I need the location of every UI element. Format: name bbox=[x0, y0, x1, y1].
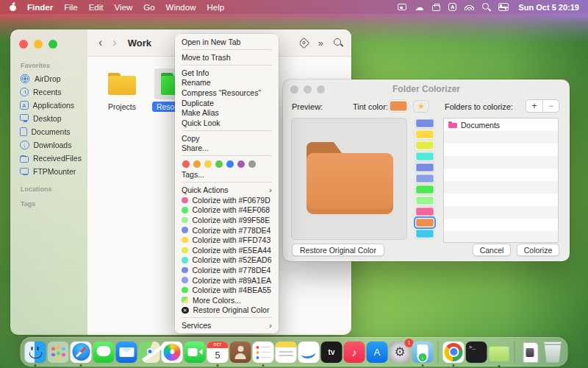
sidebar-item-ftpmounter[interactable]: FTPMounter bbox=[18, 165, 82, 178]
tag-dot[interactable] bbox=[226, 160, 234, 168]
dock-safari[interactable] bbox=[71, 342, 92, 363]
menu-item-rename[interactable]: Rename bbox=[175, 78, 279, 88]
tint-color-swatch[interactable] bbox=[389, 100, 408, 112]
folder-list-row[interactable]: Documents bbox=[444, 118, 558, 131]
menu-item-colorize-with-#ffd743[interactable]: Colorize with #FFD743 bbox=[175, 235, 279, 245]
toolbar-overflow-icon[interactable]: » bbox=[318, 38, 323, 49]
back-icon[interactable]: ‹ bbox=[96, 37, 104, 49]
wifi-icon[interactable] bbox=[465, 4, 474, 10]
menu-item-copy[interactable]: Copy bbox=[175, 133, 279, 144]
menu-item-services[interactable]: Services› bbox=[175, 321, 279, 331]
dock-calendar[interactable]: OCT5 bbox=[207, 342, 229, 363]
menu-item-finder[interactable]: Finder bbox=[27, 3, 53, 12]
dock-docapp[interactable] bbox=[412, 342, 434, 363]
color-swatch[interactable] bbox=[415, 207, 434, 216]
menu-item-compress-resources-[interactable]: Compress “Resources” bbox=[175, 88, 279, 98]
menu-item-colorize-with-#778de4[interactable]: Colorize with #778DE4 bbox=[175, 225, 279, 236]
zoom-button[interactable] bbox=[317, 85, 325, 93]
menu-item-restore-original-color[interactable]: ✕Restore Original Color bbox=[175, 305, 279, 316]
menu-item-colorize-with-#778de4[interactable]: Colorize with #778DE4 bbox=[175, 265, 279, 275]
color-swatch[interactable] bbox=[415, 185, 434, 194]
forward-icon[interactable]: › bbox=[110, 37, 118, 49]
menu-item-help[interactable]: Help bbox=[207, 3, 224, 12]
add-folder-button[interactable]: + bbox=[526, 100, 542, 112]
dock-folder[interactable] bbox=[489, 340, 510, 364]
dock-messages[interactable] bbox=[93, 342, 115, 363]
menu-item-more-colors-[interactable]: More Colors... bbox=[175, 295, 279, 305]
tag-dot[interactable] bbox=[237, 160, 245, 168]
menu-item-quick-look[interactable]: Quick Look bbox=[175, 118, 279, 128]
color-swatch[interactable] bbox=[415, 229, 434, 238]
dock-terminal[interactable] bbox=[466, 342, 487, 363]
menu-item-file[interactable]: File bbox=[64, 3, 78, 12]
dock-trash[interactable] bbox=[542, 342, 564, 363]
menu-item-colorize-with-#89a1ea[interactable]: Colorize with #89A1EA bbox=[175, 275, 279, 286]
menu-item-open-in-new-tab[interactable]: Open in New Tab bbox=[175, 37, 279, 47]
close-button[interactable] bbox=[290, 85, 298, 93]
dock-launchpad[interactable] bbox=[48, 342, 69, 363]
restore-original-color-button[interactable]: Restore Original Color bbox=[292, 244, 384, 256]
sidebar-item-recents[interactable]: Recents bbox=[18, 85, 82, 99]
menu-item-colorize-with-#99f58e[interactable]: Colorize with #99F58E bbox=[175, 215, 279, 225]
menu-item-edit[interactable]: Edit bbox=[89, 3, 104, 12]
color-swatch[interactable] bbox=[415, 130, 434, 139]
colorizer-titlebar[interactable]: Folder Colorizer bbox=[283, 79, 570, 99]
menu-item-duplicate[interactable]: Duplicate bbox=[175, 98, 279, 108]
menu-item-colorize-with-#f0679d[interactable]: Colorize with #F0679D bbox=[175, 195, 279, 205]
tag-dot[interactable] bbox=[215, 160, 223, 168]
color-swatch[interactable] bbox=[415, 174, 434, 183]
tag-dot[interactable] bbox=[204, 160, 212, 168]
favorite-star-button[interactable] bbox=[413, 100, 429, 113]
tag-dot[interactable] bbox=[248, 160, 256, 168]
menu-item-colorize-with-#52ead6[interactable]: Colorize with #52EAD6 bbox=[175, 255, 279, 266]
close-button[interactable] bbox=[19, 40, 28, 49]
apple-menu-icon[interactable] bbox=[9, 3, 17, 12]
dock-notes[interactable] bbox=[276, 342, 297, 363]
dock-freeform[interactable] bbox=[298, 342, 320, 363]
menu-item-window[interactable]: Window bbox=[166, 3, 196, 12]
menu-item-colorize-with-#e5ea44[interactable]: Colorize with #E5EA44 bbox=[175, 245, 279, 255]
dock-facetime[interactable] bbox=[184, 342, 206, 363]
file-projects[interactable]: Projects bbox=[99, 68, 145, 335]
control-center-icon[interactable] bbox=[498, 3, 508, 11]
cloud-icon[interactable] bbox=[415, 2, 424, 12]
dock-settings[interactable]: 1 bbox=[390, 342, 411, 363]
sidebar-item-documents[interactable]: Documents bbox=[18, 125, 82, 138]
color-swatch[interactable] bbox=[415, 141, 434, 150]
display-icon[interactable] bbox=[398, 4, 406, 10]
menu-item-colorize-with-#4ef068[interactable]: Colorize with #4EF068 bbox=[175, 205, 279, 216]
tag-dot[interactable] bbox=[193, 160, 201, 168]
sidebar-item-airdrop[interactable]: AirDrop bbox=[18, 72, 82, 85]
dock-music[interactable] bbox=[344, 342, 365, 363]
sidebar-item-desktop[interactable]: Desktop bbox=[18, 112, 82, 125]
dock-mail[interactable] bbox=[116, 342, 137, 363]
dock-chrome[interactable] bbox=[443, 342, 465, 363]
dock-maps[interactable] bbox=[139, 342, 160, 363]
sidebar-item-downloads[interactable]: Downloads bbox=[18, 138, 82, 152]
sidebar-item-receivedfiles[interactable]: ReceivedFiles bbox=[18, 152, 82, 165]
menu-item-tags-[interactable]: Tags... bbox=[175, 169, 279, 180]
dock-reminders[interactable] bbox=[253, 342, 274, 363]
menu-item-move-to-trash[interactable]: Move to Trash bbox=[175, 52, 279, 63]
dock-appstore[interactable] bbox=[367, 342, 388, 363]
colorize-button[interactable]: Colorize bbox=[517, 244, 559, 256]
zoom-button[interactable] bbox=[49, 40, 57, 49]
tag-icon[interactable] bbox=[298, 37, 309, 49]
menu-item-quick-actions[interactable]: Quick Actions› bbox=[175, 185, 279, 195]
dock-drivedoc[interactable] bbox=[520, 342, 541, 363]
color-swatch[interactable] bbox=[415, 196, 434, 205]
tag-dot[interactable] bbox=[182, 160, 190, 168]
dock-photos[interactable] bbox=[162, 342, 183, 363]
color-swatch[interactable] bbox=[415, 118, 434, 128]
menu-item-get-info[interactable]: Get Info bbox=[175, 68, 279, 78]
printer-icon[interactable] bbox=[432, 5, 440, 11]
minimize-button[interactable] bbox=[304, 85, 312, 93]
minimize-button[interactable] bbox=[34, 40, 43, 49]
menu-item-share-[interactable]: Share... bbox=[175, 143, 279, 153]
sidebar-item-applications[interactable]: Applications bbox=[18, 99, 82, 112]
remove-folder-button[interactable]: − bbox=[542, 100, 559, 112]
dock-contacts[interactable] bbox=[230, 342, 251, 363]
search-icon[interactable] bbox=[482, 3, 490, 11]
dock-appletv[interactable] bbox=[321, 342, 343, 363]
cancel-button[interactable]: Cancel bbox=[473, 244, 511, 256]
